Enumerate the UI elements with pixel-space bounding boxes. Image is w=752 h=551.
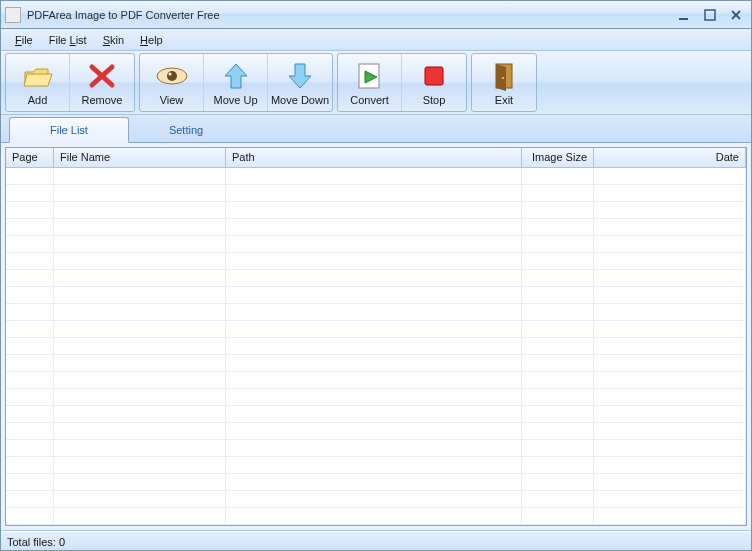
window-title: PDFArea Image to PDF Converter Free [27, 9, 673, 21]
table-body[interactable] [6, 168, 746, 525]
svg-point-12 [502, 77, 504, 79]
table-row[interactable] [6, 338, 746, 355]
table-row[interactable] [6, 389, 746, 406]
tab-filelist[interactable]: File List [9, 117, 129, 143]
table-row[interactable] [6, 423, 746, 440]
column-page[interactable]: Page [6, 148, 54, 167]
statusbar: Total files: 0 [1, 531, 751, 551]
table-row[interactable] [6, 440, 746, 457]
table-row[interactable] [6, 185, 746, 202]
arrow-up-icon [223, 60, 249, 92]
menubar: File File List Skin Help [1, 29, 751, 51]
svg-point-7 [167, 71, 177, 81]
add-button[interactable]: Add [6, 54, 70, 111]
convert-button[interactable]: Convert [338, 54, 402, 111]
table-row[interactable] [6, 236, 746, 253]
toolbar: Add Remove View Move Up Move Down [1, 51, 751, 115]
table-row[interactable] [6, 168, 746, 185]
column-imagesize[interactable]: Image Size [522, 148, 594, 167]
view-button[interactable]: View [140, 54, 204, 111]
app-icon [5, 7, 21, 23]
column-date[interactable]: Date [594, 148, 746, 167]
table-header: Page File Name Path Image Size Date [6, 148, 746, 168]
menu-filelist[interactable]: File List [41, 32, 95, 48]
table-row[interactable] [6, 372, 746, 389]
maximize-button[interactable] [699, 6, 721, 24]
svg-rect-10 [425, 67, 443, 85]
status-total-files: Total files: 0 [7, 536, 65, 548]
table-row[interactable] [6, 219, 746, 236]
window-controls [673, 6, 747, 24]
table-row[interactable] [6, 508, 746, 525]
content-area: Page File Name Path Image Size Date [1, 143, 751, 531]
table-row[interactable] [6, 202, 746, 219]
minimize-button[interactable] [673, 6, 695, 24]
table-row[interactable] [6, 355, 746, 372]
table-row[interactable] [6, 287, 746, 304]
table-row[interactable] [6, 491, 746, 508]
eye-icon [155, 60, 189, 92]
table-row[interactable] [6, 321, 746, 338]
menu-help[interactable]: Help [132, 32, 171, 48]
exit-button[interactable]: Exit [472, 54, 536, 111]
table-row[interactable] [6, 406, 746, 423]
stop-button[interactable]: Stop [402, 54, 466, 111]
table-row[interactable] [6, 474, 746, 491]
svg-point-8 [168, 72, 171, 75]
table-row[interactable] [6, 253, 746, 270]
tabs: File List Setting [1, 115, 751, 143]
stop-icon [422, 60, 446, 92]
close-button[interactable] [725, 6, 747, 24]
column-filename[interactable]: File Name [54, 148, 226, 167]
table-row[interactable] [6, 457, 746, 474]
remove-button[interactable]: Remove [70, 54, 134, 111]
titlebar: PDFArea Image to PDF Converter Free [1, 1, 751, 29]
table-row[interactable] [6, 270, 746, 287]
menu-file[interactable]: File [7, 32, 41, 48]
svg-rect-0 [679, 18, 688, 20]
moveup-button[interactable]: Move Up [204, 54, 268, 111]
door-exit-icon [490, 60, 518, 92]
movedown-button[interactable]: Move Down [268, 54, 332, 111]
tab-setting[interactable]: Setting [129, 118, 243, 142]
svg-rect-1 [705, 10, 715, 20]
arrow-down-icon [287, 60, 313, 92]
menu-skin[interactable]: Skin [95, 32, 132, 48]
file-table: Page File Name Path Image Size Date [5, 147, 747, 526]
folder-open-icon [22, 60, 54, 92]
column-path[interactable]: Path [226, 148, 522, 167]
table-row[interactable] [6, 304, 746, 321]
convert-icon [355, 60, 385, 92]
x-delete-icon [87, 60, 117, 92]
